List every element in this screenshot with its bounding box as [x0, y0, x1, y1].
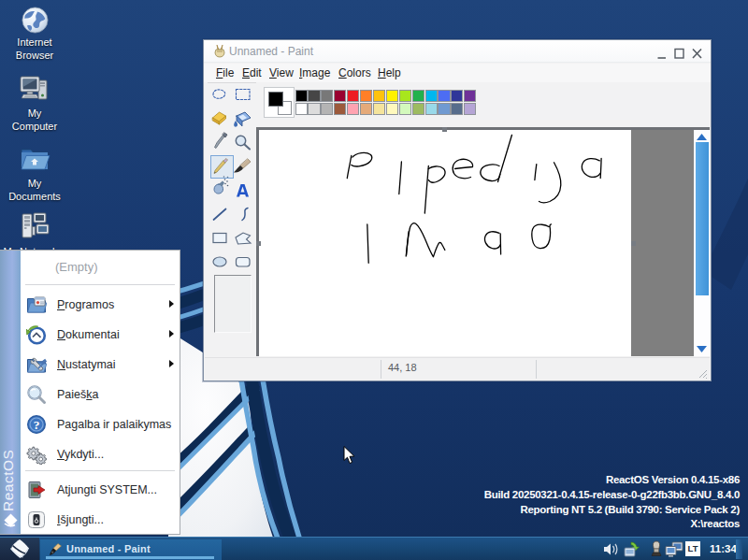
svg-text:?: ? [34, 418, 40, 432]
